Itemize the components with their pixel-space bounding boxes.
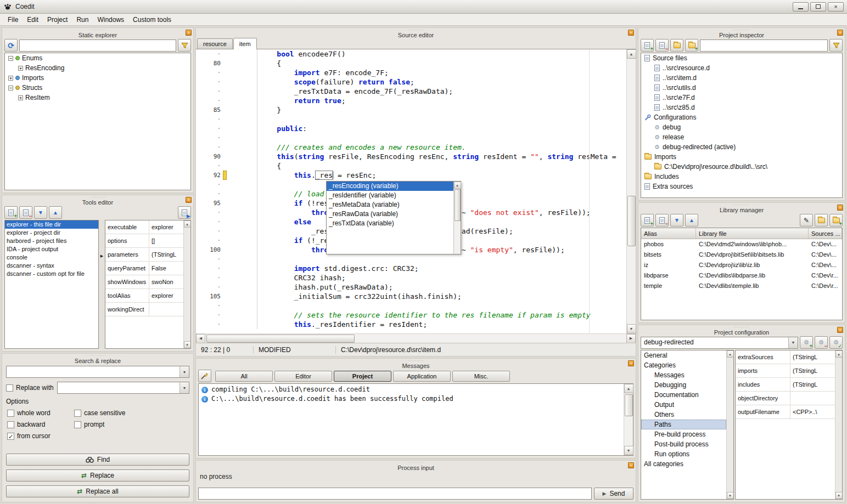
add-library-folder-button[interactable]: + bbox=[829, 214, 843, 226]
property-value[interactable]: explorer bbox=[149, 220, 183, 234]
property-value[interactable] bbox=[790, 392, 835, 405]
tool-item[interactable]: explorer - this file dir bbox=[5, 220, 98, 229]
property-value[interactable] bbox=[149, 303, 183, 316]
move-library-down-button[interactable]: ▼ bbox=[670, 214, 683, 226]
code-line[interactable]: · import std.digest.crc: CRC32; bbox=[196, 264, 626, 273]
code-line[interactable]: 92 this._res = resEnc; bbox=[196, 171, 626, 180]
property-row[interactable]: options[] bbox=[105, 234, 183, 248]
property-row[interactable]: imports(TStringL bbox=[736, 364, 835, 378]
category-documentation[interactable]: Documentation bbox=[641, 390, 726, 400]
close-panel-icon[interactable]: × bbox=[186, 197, 192, 203]
filter-application[interactable]: Application bbox=[393, 371, 451, 382]
tree-item[interactable]: +ResEncoding bbox=[5, 63, 190, 73]
scrollbar-thumb[interactable] bbox=[625, 394, 633, 416]
property-row[interactable]: extraSources(TStringL bbox=[736, 350, 835, 364]
category-paths[interactable]: Paths bbox=[641, 420, 726, 429]
menu-windows[interactable]: Windows bbox=[93, 14, 128, 25]
properties-scrollbar[interactable]: ▲ ▼ bbox=[835, 350, 842, 499]
close-panel-icon[interactable]: × bbox=[186, 30, 192, 36]
code-line[interactable]: · import e7F: encode_7F; bbox=[196, 68, 626, 77]
scroll-up-icon[interactable]: ▲ bbox=[624, 384, 633, 393]
column-header-sources[interactable]: Sources ... bbox=[809, 228, 842, 239]
open-library-file-button[interactable] bbox=[815, 214, 828, 226]
scrollbar-thumb[interactable] bbox=[206, 335, 355, 343]
scroll-down-icon[interactable]: ▼ bbox=[624, 446, 633, 455]
panel-grip[interactable]: ········· bbox=[638, 29, 845, 31]
category-general[interactable]: General bbox=[641, 350, 726, 360]
property-value[interactable]: explorer bbox=[149, 289, 183, 302]
filter-button[interactable] bbox=[829, 39, 843, 52]
tool-item[interactable]: dscanner - syntax bbox=[5, 262, 98, 270]
close-panel-icon[interactable]: × bbox=[628, 462, 634, 468]
checkbox-case-sensitive[interactable]: case sensitive bbox=[74, 409, 189, 417]
scroll-down-icon[interactable]: ▼ bbox=[727, 492, 734, 499]
remove-configuration-button[interactable]: ⚙− bbox=[815, 336, 828, 349]
code-line[interactable]: · /// creates and encodes a new resource… bbox=[196, 143, 626, 152]
property-value[interactable]: (TStringL bbox=[790, 364, 835, 377]
replace-term-combobox[interactable]: ▼ bbox=[57, 382, 189, 394]
add-source-button[interactable]: + bbox=[641, 39, 654, 52]
code-line[interactable]: · bbox=[196, 133, 626, 143]
move-tool-down-button[interactable]: ▼ bbox=[34, 206, 47, 219]
property-value[interactable]: <CPP>..\ bbox=[790, 405, 835, 418]
filter-all[interactable]: All bbox=[215, 371, 273, 382]
table-row[interactable]: libdparseC:\Dev\dlibs\libdparse.libC:\De… bbox=[641, 270, 842, 281]
menu-file[interactable]: File bbox=[3, 14, 23, 25]
category-run-options[interactable]: Run options bbox=[641, 449, 726, 459]
table-row[interactable]: templeC:\Dev\dlibs\temple.libC:\Dev\r... bbox=[641, 281, 842, 291]
messages-scrollbar[interactable]: ▲ ▼ bbox=[624, 384, 633, 455]
tree-item[interactable]: Imports bbox=[641, 152, 842, 162]
completion-item[interactable]: _resEncoding (variable) bbox=[327, 182, 453, 191]
completion-item[interactable]: _resRawData (variable) bbox=[327, 209, 453, 219]
filter-misc[interactable]: Misc. bbox=[452, 371, 510, 382]
column-header-alias[interactable]: Alias bbox=[641, 228, 696, 239]
close-panel-icon[interactable]: × bbox=[837, 205, 843, 211]
close-panel-icon[interactable]: × bbox=[628, 360, 634, 366]
search-term-combobox[interactable]: ▼ bbox=[6, 366, 189, 378]
property-row[interactable]: toolAliasexplorer bbox=[105, 289, 183, 303]
tree-item[interactable]: ..\src\resource.d bbox=[641, 63, 842, 73]
send-button[interactable]: ▶ Send bbox=[594, 488, 633, 500]
tree-item[interactable]: Extra sources bbox=[641, 182, 842, 191]
category-others[interactable]: Others bbox=[641, 410, 726, 420]
scrollbar-thumb[interactable] bbox=[455, 189, 461, 221]
tree-item[interactable]: C:\Dev\dproj\resource.d\build\..\src\ bbox=[641, 162, 842, 172]
editor-horizontal-scrollbar[interactable]: ◀ ▶ bbox=[196, 333, 636, 343]
scroll-down-icon[interactable]: ▼ bbox=[627, 324, 636, 333]
refresh-button[interactable]: ⟳ bbox=[4, 39, 18, 52]
category-post-build-process[interactable]: Post-build process bbox=[641, 439, 726, 449]
close-panel-icon[interactable]: × bbox=[837, 327, 843, 333]
tree-item[interactable]: ⚙release bbox=[641, 132, 842, 142]
tools-grid-scrollbar[interactable]: ▲ ▼ bbox=[183, 220, 190, 348]
tool-item[interactable]: console bbox=[5, 253, 98, 262]
category-pre-build-process[interactable]: Pre-build process bbox=[641, 429, 726, 439]
tree-item[interactable]: −Structs bbox=[5, 83, 190, 93]
configuration-selector[interactable]: debug-redirected ▼ bbox=[641, 337, 798, 349]
property-row[interactable]: showWindowsswoNon bbox=[105, 275, 183, 289]
remove-tool-button[interactable]: − bbox=[19, 206, 32, 219]
tree-item[interactable]: ⚙debug bbox=[641, 122, 842, 132]
property-row[interactable]: workingDirect bbox=[105, 303, 183, 316]
expand-icon[interactable]: + bbox=[18, 66, 23, 71]
add-folder-button[interactable]: + bbox=[685, 39, 698, 52]
panel-grip[interactable]: ········· bbox=[2, 196, 193, 199]
category-messages[interactable]: Messages bbox=[641, 370, 726, 380]
clear-messages-button[interactable] bbox=[198, 370, 211, 382]
code-editor[interactable]: · bool encodee7F()80 {· import e7F: enco… bbox=[196, 49, 626, 333]
panel-grip[interactable]: ········· bbox=[196, 461, 636, 464]
table-row[interactable]: bitsetsC:\Dev\dproj\bitSet\lib\bitsets.l… bbox=[641, 250, 842, 260]
property-row[interactable]: parameters(TStringL bbox=[105, 248, 183, 262]
add-library-button[interactable]: + bbox=[641, 214, 654, 226]
completion-scrollbar[interactable]: ▲ bbox=[453, 182, 461, 254]
tool-item[interactable]: explorer - project dir bbox=[5, 229, 98, 237]
code-line[interactable]: · ihash.put(_resRawData); bbox=[196, 282, 626, 292]
tab-resource[interactable]: resource bbox=[197, 38, 233, 49]
category-debugging[interactable]: Debugging bbox=[641, 380, 726, 390]
category-categories[interactable]: Categories bbox=[641, 360, 726, 370]
table-row[interactable]: phobosC:\Dev\dmd2\windows\lib\phob...C:\… bbox=[641, 239, 842, 250]
scroll-down-icon[interactable]: ▼ bbox=[835, 492, 843, 499]
expand-icon[interactable]: + bbox=[8, 76, 13, 81]
tree-item[interactable]: ⚙debug-redirected (active) bbox=[641, 142, 842, 152]
menu-run[interactable]: Run bbox=[72, 14, 93, 25]
scroll-down-icon[interactable]: ▼ bbox=[184, 341, 191, 348]
